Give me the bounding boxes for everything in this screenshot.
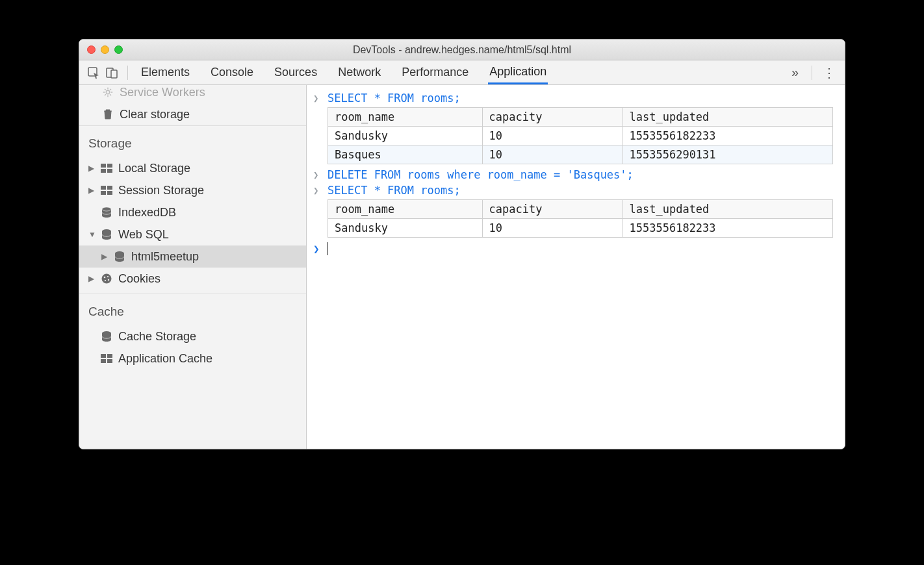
table-cell: 1553556182233 [622,219,832,238]
svg-point-18 [105,280,106,281]
sidebar-item-label: Web SQL [118,228,169,242]
settings-kebab-icon[interactable]: ⋮ [819,65,840,81]
table-cell: 10 [482,127,622,145]
sidebar-item-service-workers[interactable]: Service Workers [79,85,306,103]
table-row: Basques 10 1553556290131 [328,145,833,164]
tab-console[interactable]: Console [209,62,255,83]
sidebar-item-label: Cache Storage [118,330,196,344]
sidebar-heading: Storage [79,134,306,157]
svg-point-15 [104,277,106,279]
table-cell: Sandusky [328,127,483,145]
trash-icon [101,108,114,120]
prompt-icon: ❯ [313,168,321,180]
table-cell: 10 [482,219,622,238]
tab-network[interactable]: Network [337,62,382,83]
database-icon [113,251,126,262]
prompt-icon: ❯ [313,242,321,255]
sidebar-item-label: Session Storage [118,184,204,197]
sidebar-item-session-storage[interactable]: ▶ Session Storage [79,179,306,201]
query-row: ❯ DELETE FROM rooms where room_name = 'B… [313,168,838,181]
storage-grid-icon [100,164,113,173]
gear-icon [101,86,114,98]
table-cell: Sandusky [328,219,483,238]
inspect-icon[interactable] [84,66,103,79]
sidebar-item-cookies[interactable]: ▶ Cookies [79,268,306,290]
sidebar-section-storage: Storage ▶ Local Storage ▶ Session Storag… [79,125,306,294]
chevron-down-icon: ▼ [88,230,95,239]
column-header: capacity [482,200,622,219]
sidebar-item-label: Local Storage [118,162,190,175]
sidebar-item-web-sql[interactable]: ▼ Web SQL [79,223,306,245]
svg-rect-22 [106,354,107,363]
sidebar-item-label: Cookies [118,272,160,286]
table-row: Sandusky 10 1553556182233 [328,127,833,145]
window-title: DevTools - andrew.hedges.name/html5/sql.… [79,44,845,56]
column-header: last_updated [622,108,832,127]
prompt-icon: ❯ [313,184,321,195]
sidebar-heading: Cache [79,302,306,325]
column-header: last_updated [622,200,832,219]
database-icon [100,207,113,218]
svg-rect-9 [106,186,107,195]
sidebar-item-clear-storage[interactable]: Clear storage [79,103,306,125]
websql-console[interactable]: ❯ SELECT * FROM rooms; room_name capacit… [307,85,845,449]
table-cell: Basques [328,145,483,164]
svg-rect-2 [111,70,117,78]
sidebar-item-label: IndexedDB [118,206,176,220]
sidebar-item-local-storage[interactable]: ▶ Local Storage [79,157,306,179]
sidebar-item-label: html5meetup [131,250,199,264]
svg-point-16 [107,276,109,277]
devtools-tabbar: Elements Console Sources Network Perform… [79,60,845,85]
query-text: DELETE FROM rooms where room_name = 'Bas… [327,168,634,181]
database-icon [100,229,113,240]
sidebar-item-application-cache[interactable]: Application Cache [79,347,306,370]
table-header-row: room_name capacity last_updated [328,200,833,219]
column-header: room_name [328,108,483,127]
query-text: SELECT * FROM rooms; [327,184,461,197]
sidebar-item-label: Service Workers [120,86,205,99]
toolbar-separator [812,66,812,80]
table-header-row: room_name capacity last_updated [328,108,833,127]
column-header: room_name [328,200,483,219]
console-input-row[interactable]: ❯ [313,242,838,255]
column-header: capacity [482,108,622,127]
storage-grid-icon [100,354,113,363]
query-text: SELECT * FROM rooms; [327,92,461,105]
titlebar: DevTools - andrew.hedges.name/html5/sql.… [79,40,845,60]
sidebar-section-cache: Cache Cache Storage Application Cache [79,294,306,373]
table-cell: 1553556290131 [622,145,832,164]
chevron-right-icon: ▶ [88,274,95,283]
text-cursor [327,242,328,255]
cookie-icon [100,273,113,284]
result-table: room_name capacity last_updated Sandusky… [327,107,833,164]
chevron-right-icon: ▶ [101,252,108,261]
svg-rect-6 [106,164,107,173]
more-tabs-icon[interactable]: » [785,65,805,80]
devtools-body: Service Workers Clear storage Storage ▶ … [79,85,845,449]
sidebar-item-cache-storage[interactable]: Cache Storage [79,325,306,347]
device-toggle-icon[interactable] [103,66,121,79]
sidebar-item-indexeddb[interactable]: IndexedDB [79,201,306,223]
sidebar-item-html5meetup[interactable]: ▶ html5meetup [79,245,306,268]
tab-elements[interactable]: Elements [140,62,191,83]
table-cell: 1553556182233 [622,127,832,145]
table-cell: 10 [482,145,622,164]
query-row: ❯ SELECT * FROM rooms; [313,184,838,197]
toolbar-separator [127,66,128,80]
table-row: Sandusky 10 1553556182233 [328,219,833,238]
svg-point-3 [106,90,109,94]
tab-performance[interactable]: Performance [400,62,470,83]
sidebar-item-label: Clear storage [120,108,190,121]
prompt-icon: ❯ [313,92,321,103]
result-table: room_name capacity last_updated Sandusky… [327,199,833,238]
tab-sources[interactable]: Sources [273,62,318,83]
storage-grid-icon [100,186,113,195]
query-row: ❯ SELECT * FROM rooms; [313,92,838,105]
sidebar-item-label: Application Cache [118,352,212,366]
svg-point-17 [108,279,109,281]
tab-application[interactable]: Application [488,61,548,84]
tabs-container: Elements Console Sources Network Perform… [140,61,785,84]
application-sidebar: Service Workers Clear storage Storage ▶ … [79,85,307,449]
database-icon [100,331,113,342]
devtools-window: DevTools - andrew.hedges.name/html5/sql.… [79,39,845,449]
